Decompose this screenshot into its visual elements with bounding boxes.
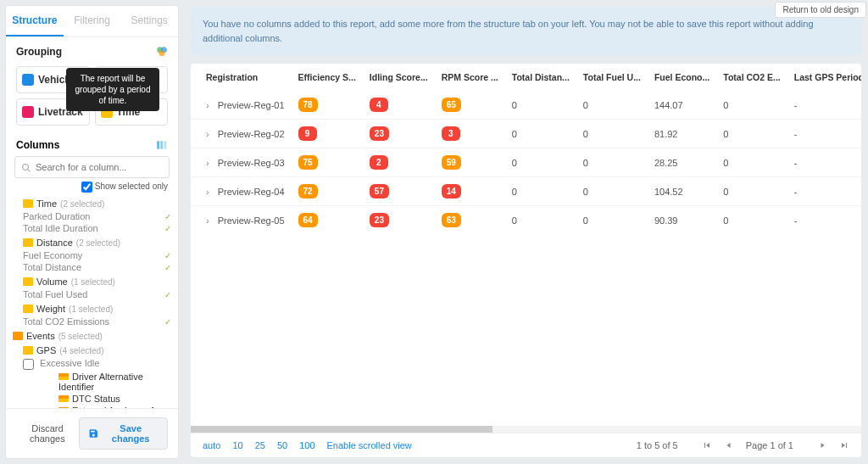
expand-row-icon[interactable]: › — [206, 100, 218, 110]
col-rpm[interactable]: RPM Score ... — [435, 64, 505, 91]
folder-icon — [23, 199, 33, 208]
leaf-dtc-status[interactable]: DTC Status — [23, 393, 171, 405]
cell-fuel: 0 — [576, 177, 648, 206]
show-selected-toggle[interactable]: Show selected only — [6, 178, 178, 196]
svg-point-2 — [159, 50, 165, 56]
show-selected-checkbox[interactable] — [81, 182, 92, 193]
steering-wheel-icon — [22, 74, 34, 86]
grouping-tooltip: The report will be grouped by a period o… — [66, 68, 159, 111]
col-total-distance[interactable]: Total Distan... — [505, 64, 576, 91]
leaf-total-fuel-used[interactable]: Total Fuel Used✓ — [23, 288, 171, 300]
col-fuel-econ[interactable]: Fuel Econo... — [648, 64, 716, 91]
efficiency-pill: 64 — [298, 213, 318, 227]
sidebar-footer: Discard changes Save changes — [6, 408, 178, 458]
efficiency-pill: 78 — [298, 98, 318, 112]
pagesize-10[interactable]: 10 — [232, 440, 242, 450]
table-row: ›Preview-Reg-0472571400104.520- — [191, 177, 861, 206]
efficiency-pill: 9 — [298, 126, 317, 141]
cell-registration: Preview-Reg-01 — [218, 100, 285, 110]
folder-time[interactable]: Time (2 selected) — [23, 197, 171, 210]
cell-econ: 90.39 — [648, 206, 716, 235]
col-efficiency[interactable]: Efficiency S... — [292, 64, 363, 91]
folder-volume[interactable]: Volume (1 selected) — [23, 275, 171, 288]
expand-row-icon[interactable]: › — [206, 215, 218, 226]
col-total-fuel[interactable]: Total Fuel U... — [576, 64, 648, 91]
report-table-container: Registration Efficiency S... Idling Scor… — [191, 64, 861, 457]
page-prev-icon[interactable] — [724, 440, 734, 450]
enable-scrolled-view[interactable]: Enable scrolled view — [327, 440, 412, 450]
expand-row-icon[interactable]: › — [206, 158, 218, 168]
col-total-co2[interactable]: Total CO2 E... — [716, 64, 787, 91]
cell-distance: 0 — [505, 177, 576, 206]
sidebar-tabs: Structure Filtering Settings — [6, 6, 178, 37]
return-old-design-button[interactable]: Return to old design — [775, 2, 866, 18]
column-search-input[interactable] — [14, 156, 170, 178]
folder-icon — [23, 238, 33, 247]
row-range: 1 to 5 of 5 — [637, 440, 678, 450]
expand-row-icon[interactable]: › — [206, 187, 218, 197]
color-swatch-icon[interactable] — [156, 46, 168, 58]
discard-changes-button[interactable]: Discard changes — [16, 417, 79, 450]
excessive-idle-checkbox[interactable] — [23, 359, 34, 370]
leaf-ext-analog-1[interactable]: External Analogue 1 Voltage — [23, 405, 171, 408]
folder-gps[interactable]: GPS (4 selected) — [23, 344, 171, 357]
col-last-gps[interactable]: Last GPS Periodic — [787, 64, 861, 91]
field-icon — [58, 373, 69, 380]
cell-gps: - — [787, 120, 861, 148]
table-header-row: Registration Efficiency S... Idling Scor… — [191, 64, 861, 91]
save-changes-button[interactable]: Save changes — [79, 417, 168, 450]
rpm-pill: 59 — [442, 155, 461, 170]
columns-icon[interactable] — [156, 139, 168, 151]
pagesize-auto[interactable]: auto — [203, 440, 220, 450]
columns-title: Columns — [16, 139, 59, 151]
folder-icon — [23, 277, 33, 286]
pagesize-50[interactable]: 50 — [277, 440, 287, 450]
page-next-icon[interactable] — [817, 440, 827, 450]
col-idling[interactable]: Idling Score... — [363, 64, 435, 91]
idling-pill: 4 — [370, 98, 388, 112]
leaf-total-idle-duration[interactable]: Total Idle Duration✓ — [23, 222, 171, 234]
pagesize-25[interactable]: 25 — [255, 440, 265, 450]
efficiency-pill: 72 — [298, 184, 318, 198]
scrollbar-thumb[interactable] — [191, 426, 492, 433]
col-registration[interactable]: Registration — [191, 64, 292, 91]
leaf-driver-alt-id[interactable]: Driver Alternative Identifier — [23, 371, 171, 393]
page-last-icon[interactable] — [839, 440, 849, 450]
folder-events[interactable]: Events (5 selected) — [13, 329, 171, 343]
cell-co2: 0 — [716, 120, 787, 148]
leaf-excessive-idle[interactable]: Excessive Idle — [23, 357, 171, 371]
rpm-pill: 14 — [442, 184, 461, 198]
pagesize-100[interactable]: 100 — [299, 440, 314, 450]
svg-rect-3 — [157, 141, 159, 148]
rpm-pill: 63 — [442, 213, 461, 227]
svg-rect-4 — [160, 141, 163, 148]
cell-econ: 81.92 — [648, 120, 716, 148]
svg-point-6 — [23, 165, 29, 171]
table-row: ›Preview-Reg-017846500144.070- — [191, 91, 861, 120]
svg-rect-5 — [164, 141, 166, 148]
leaf-total-co2[interactable]: Total CO2 Emissions✓ — [23, 316, 171, 327]
tab-filtering[interactable]: Filtering — [64, 6, 121, 36]
expand-row-icon[interactable]: › — [206, 129, 218, 139]
tab-settings[interactable]: Settings — [120, 6, 178, 36]
horizontal-scrollbar[interactable] — [191, 426, 861, 433]
leaf-parked-duration[interactable]: Parked Duration✓ — [23, 210, 171, 222]
no-columns-alert: You have no columns added to this report… — [191, 7, 861, 55]
leaf-fuel-economy[interactable]: Fuel Economy✓ — [23, 249, 171, 261]
table-row: ›Preview-Reg-03752590028.250- — [191, 148, 861, 177]
page-first-icon[interactable] — [702, 440, 712, 450]
table-row: ›Preview-Reg-0292330081.920- — [191, 120, 861, 148]
folder-icon — [23, 346, 33, 355]
folder-distance[interactable]: Distance (2 selected) — [23, 236, 171, 249]
folder-weight[interactable]: Weight (1 selected) — [23, 302, 171, 316]
cell-distance: 0 — [505, 91, 576, 120]
cell-gps: - — [787, 148, 861, 177]
folder-icon — [23, 305, 33, 313]
tab-structure[interactable]: Structure — [6, 6, 64, 36]
field-icon — [58, 395, 69, 402]
cell-fuel: 0 — [576, 91, 648, 120]
leaf-total-distance[interactable]: Total Distance✓ — [23, 261, 171, 273]
cell-fuel: 0 — [576, 148, 648, 177]
livetrack-icon — [22, 106, 34, 118]
cell-co2: 0 — [716, 206, 787, 235]
